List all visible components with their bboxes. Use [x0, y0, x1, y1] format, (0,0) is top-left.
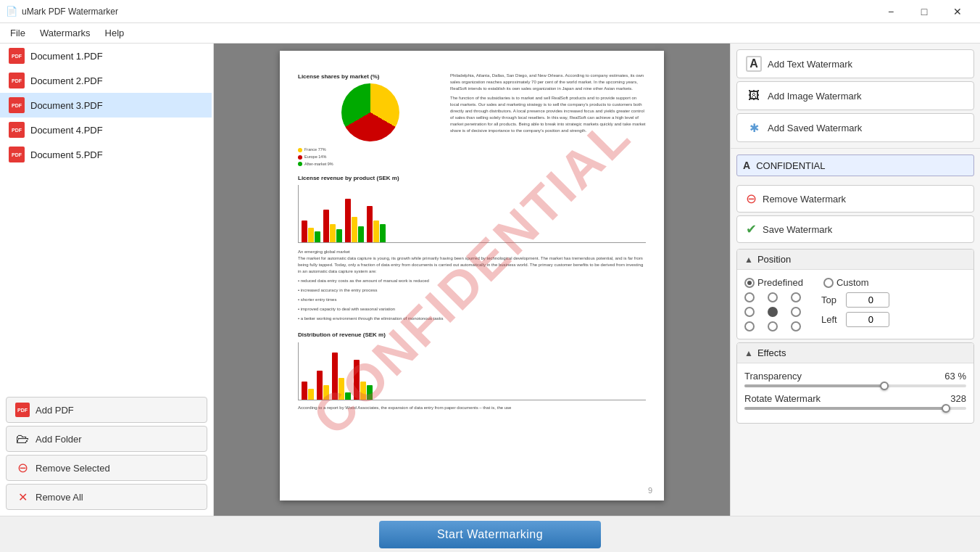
bar [367, 385, 373, 400]
grid-position-bl[interactable] [744, 321, 755, 331]
right-panel-scroll[interactable]: A Add Text Watermark 🖼 Add Image Waterma… [731, 44, 980, 516]
remove-all-icon: ✕ [15, 490, 30, 504]
remove-selected-icon: ⊖ [15, 461, 30, 475]
grid-position-tc[interactable] [768, 292, 778, 302]
add-saved-watermark-label: Add Saved Watermark [768, 123, 862, 133]
legend-dot [298, 155, 302, 160]
bar [302, 221, 307, 242]
remove-all-button[interactable]: ✕ Remove All [6, 484, 207, 510]
pdf-para: • increased accuracy in the entry proces… [298, 287, 646, 294]
grid-position-ml[interactable] [744, 307, 755, 317]
rotate-slider-fill [744, 407, 946, 410]
content-area: PDF Document 1.PDF PDF Document 2.PDF PD… [0, 44, 980, 516]
rotate-row: Rotate Watermark 328 [744, 393, 966, 410]
transparency-slider-fill [744, 384, 884, 387]
predefined-radio[interactable]: Predefined [744, 277, 803, 288]
rotate-value: 328 [950, 393, 966, 404]
transparency-slider-thumb[interactable] [880, 382, 889, 390]
position-section-header[interactable]: ▲ Position [737, 250, 973, 270]
legend-item: After-market 9% [298, 162, 443, 168]
transparency-slider-track[interactable] [744, 384, 966, 387]
bar [336, 229, 342, 242]
text-watermark-icon: A [746, 56, 762, 72]
bar [360, 382, 366, 400]
pdf-row-1: License shares by market (%) France 77% … [298, 73, 646, 168]
remove-all-label: Remove All [36, 492, 83, 503]
add-folder-icon: 🗁 [15, 432, 30, 446]
rotate-label: Rotate Watermark [744, 393, 821, 404]
bar-group [332, 353, 351, 400]
watermark-list: A CONFIDENTIAL [731, 149, 980, 185]
effects-section-header[interactable]: ▲ Effects [737, 343, 973, 363]
menu-help[interactable]: Help [98, 25, 132, 41]
minimize-button[interactable]: − [874, 0, 908, 23]
bar [352, 217, 357, 242]
bottom-bar: Start Watermarking [0, 516, 980, 552]
file-list[interactable]: PDF Document 1.PDF PDF Document 2.PDF PD… [0, 44, 213, 391]
legend-item: Europe 14% [298, 155, 443, 160]
page-number: 9 [648, 486, 652, 495]
file-name: Document 2.PDF [30, 75, 103, 86]
remove-watermark-button[interactable]: ⊖ Remove Watermark [736, 185, 974, 213]
remove-selected-button[interactable]: ⊖ Remove Selected [6, 455, 207, 481]
grid-position-tl[interactable] [744, 292, 755, 302]
save-watermark-button[interactable]: ✔ Save Watermark [736, 215, 974, 243]
rotate-slider-thumb[interactable] [942, 404, 950, 413]
bar-group [367, 206, 386, 242]
position-chevron-icon: ▲ [744, 255, 753, 265]
pdf-footer-para: According to a report by Wood Associates… [298, 405, 646, 411]
bar [339, 378, 344, 400]
custom-radio[interactable]: Custom [823, 277, 869, 288]
grid-position-bc[interactable] [768, 321, 778, 331]
bar-chart-1 [298, 185, 646, 243]
file-item[interactable]: PDF Document 1.PDF [0, 44, 212, 68]
pdf-icon: PDF [9, 73, 25, 88]
add-saved-watermark-button[interactable]: ✱ Add Saved Watermark [736, 113, 974, 142]
left-coord-input[interactable] [846, 312, 889, 327]
add-text-watermark-button[interactable]: A Add Text Watermark [736, 49, 974, 78]
bar-group [317, 371, 329, 400]
file-item[interactable]: PDF Document 5.PDF [0, 142, 212, 167]
save-watermark-label: Save Watermark [763, 224, 832, 235]
menu-watermarks[interactable]: Watermarks [33, 25, 98, 41]
pie-chart [341, 83, 399, 141]
pdf-right-col: Philadelphia, Atlanta, Dallas, San Diego… [450, 73, 646, 168]
rotate-label-row: Rotate Watermark 328 [744, 393, 966, 404]
add-folder-button[interactable]: 🗁 Add Folder [6, 426, 207, 452]
grid-position-mr[interactable] [791, 307, 801, 317]
chart-legend: France 77% Europe 14% After-market 9% [298, 147, 443, 167]
titlebar-controls: − □ ✕ [874, 0, 974, 23]
pdf-para: Philadelphia, Atlanta, Dallas, San Diego… [450, 73, 646, 92]
file-item-selected[interactable]: PDF Document 3.PDF [0, 93, 212, 118]
file-name: Document 5.PDF [30, 149, 103, 160]
file-item[interactable]: PDF Document 2.PDF [0, 68, 212, 93]
menu-file[interactable]: File [3, 25, 33, 41]
grid-position-tr[interactable] [791, 292, 801, 302]
pdf-para: • shorter entry times [298, 297, 646, 303]
pdf-icon: PDF [9, 48, 25, 64]
bar-group [302, 382, 314, 400]
add-pdf-button[interactable]: PDF Add PDF [6, 397, 207, 423]
watermark-actions: ⊖ Remove Watermark ✔ Save Watermark [731, 185, 980, 249]
top-coord-input[interactable] [846, 292, 889, 308]
watermark-item-label: CONFIDENTIAL [756, 160, 825, 171]
add-pdf-icon: PDF [15, 403, 30, 417]
bar [373, 221, 379, 242]
file-name: Document 3.PDF [30, 100, 103, 111]
pdf-content: License shares by market (%) France 77% … [298, 73, 646, 411]
grid-position-br[interactable] [791, 321, 801, 331]
grid-position-mc[interactable] [768, 307, 778, 317]
pdf-icon: PDF [9, 147, 25, 162]
rotate-slider-track[interactable] [744, 407, 966, 410]
legend-item: France 77% [298, 147, 443, 153]
add-image-watermark-button[interactable]: 🖼 Add Image Watermark [736, 81, 974, 110]
pdf-para: • a better working environment through t… [298, 316, 646, 322]
start-watermarking-button[interactable]: Start Watermarking [379, 521, 601, 548]
bar-group [323, 210, 342, 242]
close-button[interactable]: ✕ [941, 0, 974, 23]
file-item[interactable]: PDF Document 4.PDF [0, 118, 212, 142]
add-folder-label: Add Folder [36, 434, 82, 445]
bar-chart-2 [298, 342, 646, 400]
maximize-button[interactable]: □ [908, 0, 941, 23]
watermark-item[interactable]: A CONFIDENTIAL [736, 155, 974, 176]
